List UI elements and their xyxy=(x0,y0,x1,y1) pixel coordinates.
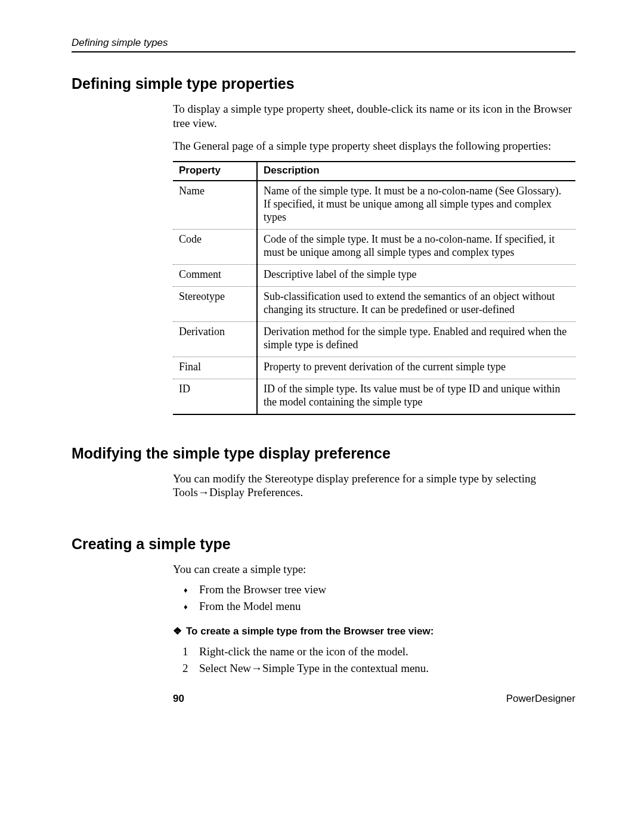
section1-para1: To display a simple type property sheet,… xyxy=(173,102,575,131)
steps-list: Right-click the name or the icon of the … xyxy=(173,643,575,677)
heading-defining-properties: Defining simple type properties xyxy=(72,75,575,92)
table-row: Final Property to prevent derivation of … xyxy=(173,357,575,379)
table-header-row: Property Description xyxy=(173,162,575,181)
footer-product-name: PowerDesigner xyxy=(506,693,575,705)
page-number: 90 xyxy=(173,693,184,705)
cell-property: ID xyxy=(173,379,257,414)
table-row: Name Name of the simple type. It must be… xyxy=(173,181,575,229)
four-diamond-icon: ❖ xyxy=(173,625,182,637)
section3-body: You can create a simple type: From the B… xyxy=(173,562,575,677)
list-item: Right-click the name or the icon of the … xyxy=(173,643,575,661)
table-row: Comment Descriptive label of the simple … xyxy=(173,265,575,287)
page-footer: 90 PowerDesigner xyxy=(72,693,575,705)
running-header: Defining simple types xyxy=(72,37,575,52)
cell-description: Name of the simple type. It must be a no… xyxy=(257,181,575,229)
heading-modifying-display-pref: Modifying the simple type display prefer… xyxy=(72,445,575,462)
cell-description: Descriptive label of the simple type xyxy=(257,265,575,287)
bullet-list: From the Browser tree view From the Mode… xyxy=(173,581,575,615)
procedure-heading-text: To create a simple type from the Browser… xyxy=(186,625,434,637)
section1-body: To display a simple type property sheet,… xyxy=(173,102,575,415)
list-item: From the Browser tree view xyxy=(173,581,575,599)
table-header-property: Property xyxy=(173,162,257,181)
table-row: Code Code of the simple type. It must be… xyxy=(173,230,575,265)
cell-property: Stereotype xyxy=(173,286,257,321)
table-row: Stereotype Sub-classification used to ex… xyxy=(173,286,575,321)
cell-description: Sub-classification used to extend the se… xyxy=(257,286,575,321)
cell-property: Code xyxy=(173,230,257,265)
section2-body: You can modify the Stereotype display pr… xyxy=(173,472,575,500)
cell-description: Property to prevent derivation of the cu… xyxy=(257,357,575,379)
properties-table: Property Description Name Name of the si… xyxy=(173,161,575,414)
section1-para2: The General page of a simple type proper… xyxy=(173,139,575,153)
procedure-heading: ❖To create a simple type from the Browse… xyxy=(173,625,575,637)
heading-creating-simple-type: Creating a simple type xyxy=(72,535,575,553)
cell-property: Final xyxy=(173,357,257,379)
cell-property: Comment xyxy=(173,265,257,287)
table-header-description: Description xyxy=(257,162,575,181)
cell-property: Derivation xyxy=(173,321,257,357)
document-page: Defining simple types Defining simple ty… xyxy=(0,0,644,741)
table-row: Derivation Derivation method for the sim… xyxy=(173,321,575,357)
section3-intro: You can create a simple type: xyxy=(173,562,575,577)
list-item: From the Model menu xyxy=(173,598,575,615)
cell-description: ID of the simple type. Its value must be… xyxy=(257,379,575,414)
cell-property: Name xyxy=(173,181,257,229)
list-item: Select New→Simple Type in the contextual… xyxy=(173,660,575,677)
table-row: ID ID of the simple type. Its value must… xyxy=(173,379,575,414)
cell-description: Derivation method for the simple type. E… xyxy=(257,321,575,357)
section2-para: You can modify the Stereotype display pr… xyxy=(173,472,575,500)
cell-description: Code of the simple type. It must be a no… xyxy=(257,230,575,265)
